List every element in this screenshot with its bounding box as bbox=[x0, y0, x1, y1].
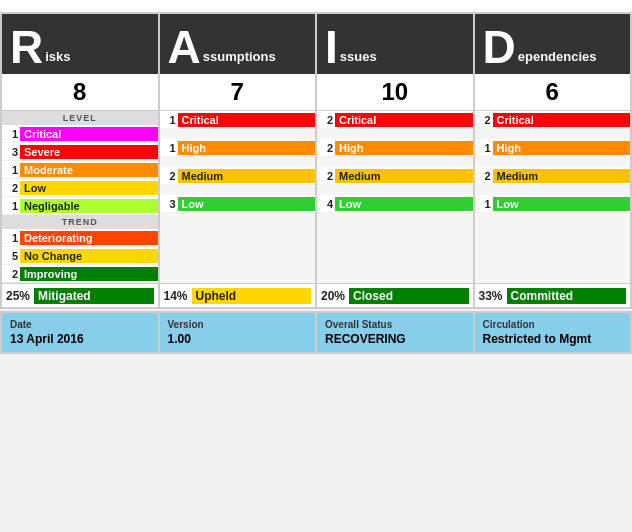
col-header-3: Dependencies bbox=[475, 14, 631, 74]
footer-grid: Date13 April 2016Version1.00Overall Stat… bbox=[0, 311, 632, 354]
data-row-1-6: 3Low bbox=[160, 195, 316, 213]
row-label-1-2: High bbox=[178, 141, 316, 155]
row-label-3-6: Low bbox=[493, 197, 631, 211]
level-row-4: 1Negligable bbox=[2, 197, 158, 215]
row-num-2-4: 2 bbox=[317, 170, 335, 182]
row-num-1-2: 1 bbox=[160, 142, 178, 154]
small-text-3: ependencies bbox=[518, 49, 597, 70]
trend-label: TREND bbox=[2, 215, 158, 229]
small-text-2: ssues bbox=[340, 49, 377, 70]
level-row-3: 2Low bbox=[2, 179, 158, 197]
level-label-0: Critical bbox=[20, 127, 158, 141]
pct-row-1: 14%Upheld bbox=[160, 283, 316, 307]
flex-spacer-1 bbox=[160, 213, 316, 283]
pct-row-0: 25%Mitigated bbox=[2, 283, 158, 307]
row-num-3-4: 2 bbox=[475, 170, 493, 182]
trend-label-1: No Change bbox=[20, 249, 158, 263]
count-0: 8 bbox=[2, 74, 158, 111]
col-header-2: Issues bbox=[317, 14, 473, 74]
row-num-3-0: 2 bbox=[475, 114, 493, 126]
row-num-2-0: 2 bbox=[317, 114, 335, 126]
trend-num-0: 1 bbox=[2, 232, 20, 244]
flex-spacer-3 bbox=[475, 213, 631, 283]
data-row-2-6: 4Low bbox=[317, 195, 473, 213]
level-label-3: Low bbox=[20, 181, 158, 195]
column-i: Issues102Critical2High2Medium4Low20%Clos… bbox=[317, 14, 473, 307]
row-num-1-6: 3 bbox=[160, 198, 178, 210]
pct-num-2: 20% bbox=[321, 289, 345, 303]
footer-cell-1: Version1.00 bbox=[160, 313, 316, 352]
trend-row-1: 5No Change bbox=[2, 247, 158, 265]
data-row-1-0: 1Critical bbox=[160, 111, 316, 129]
footer-value-3: Restricted to Mgmt bbox=[483, 332, 623, 346]
pct-label-3: Committed bbox=[507, 288, 626, 304]
row-label-2-6: Low bbox=[335, 197, 473, 211]
data-row-3-0: 2Critical bbox=[475, 111, 631, 129]
row-num-1-4: 2 bbox=[160, 170, 178, 182]
row-label-2-2: High bbox=[335, 141, 473, 155]
spacer-1-3 bbox=[160, 157, 316, 167]
spacer-2-5 bbox=[317, 185, 473, 195]
row-label-3-0: Critical bbox=[493, 113, 631, 127]
row-label-3-2: High bbox=[493, 141, 631, 155]
column-d: Dependencies62Critical1High2Medium1Low33… bbox=[475, 14, 631, 307]
spacer-2-1 bbox=[317, 129, 473, 139]
count-2: 10 bbox=[317, 74, 473, 111]
pct-num-0: 25% bbox=[6, 289, 30, 303]
level-label-4: Negligable bbox=[20, 199, 158, 213]
row-label-3-4: Medium bbox=[493, 169, 631, 183]
footer-value-1: 1.00 bbox=[168, 332, 308, 346]
row-num-3-2: 1 bbox=[475, 142, 493, 154]
big-letter-1: A bbox=[168, 24, 201, 70]
row-label-1-4: Medium bbox=[178, 169, 316, 183]
level-label-1: Severe bbox=[20, 145, 158, 159]
row-num-2-6: 4 bbox=[317, 198, 335, 210]
trend-num-2: 2 bbox=[2, 268, 20, 280]
level-num-4: 1 bbox=[2, 200, 20, 212]
level-row-1: 3Severe bbox=[2, 143, 158, 161]
level-row-0: 1Critical bbox=[2, 125, 158, 143]
spacer-2-3 bbox=[317, 157, 473, 167]
footer-title-2: Overall Status bbox=[325, 319, 465, 330]
big-letter-3: D bbox=[483, 24, 516, 70]
data-row-1-4: 2Medium bbox=[160, 167, 316, 185]
pct-label-2: Closed bbox=[349, 288, 468, 304]
pct-label-1: Upheld bbox=[192, 288, 311, 304]
spacer-1-5 bbox=[160, 185, 316, 195]
trend-label-2: Improving bbox=[20, 267, 158, 281]
level-label: LEVEL bbox=[2, 111, 158, 125]
level-num-2: 1 bbox=[2, 164, 20, 176]
row-label-2-0: Critical bbox=[335, 113, 473, 127]
pct-row-3: 33%Committed bbox=[475, 283, 631, 307]
footer-cell-2: Overall StatusRECOVERING bbox=[317, 313, 473, 352]
level-label-2: Moderate bbox=[20, 163, 158, 177]
column-r: Risks8LEVEL1Critical3Severe1Moderate2Low… bbox=[2, 14, 158, 307]
pct-num-3: 33% bbox=[479, 289, 503, 303]
small-text-0: isks bbox=[45, 49, 70, 70]
small-text-1: ssumptions bbox=[203, 49, 276, 70]
data-row-3-2: 1High bbox=[475, 139, 631, 157]
spacer-3-5 bbox=[475, 185, 631, 195]
row-label-1-0: Critical bbox=[178, 113, 316, 127]
row-label-1-6: Low bbox=[178, 197, 316, 211]
flex-spacer-2 bbox=[317, 213, 473, 283]
footer-value-2: RECOVERING bbox=[325, 332, 465, 346]
footer-title-3: Circulation bbox=[483, 319, 623, 330]
count-1: 7 bbox=[160, 74, 316, 111]
data-row-2-0: 2Critical bbox=[317, 111, 473, 129]
main-grid: Risks8LEVEL1Critical3Severe1Moderate2Low… bbox=[0, 12, 632, 309]
row-num-2-2: 2 bbox=[317, 142, 335, 154]
level-row-2: 1Moderate bbox=[2, 161, 158, 179]
level-num-1: 3 bbox=[2, 146, 20, 158]
spacer-3-3 bbox=[475, 157, 631, 167]
data-row-3-6: 1Low bbox=[475, 195, 631, 213]
level-num-0: 1 bbox=[2, 128, 20, 140]
footer-value-0: 13 April 2016 bbox=[10, 332, 150, 346]
data-row-2-2: 2High bbox=[317, 139, 473, 157]
trend-row-2: 2Improving bbox=[2, 265, 158, 283]
row-num-1-0: 1 bbox=[160, 114, 178, 126]
level-num-3: 2 bbox=[2, 182, 20, 194]
trend-num-1: 5 bbox=[2, 250, 20, 262]
count-3: 6 bbox=[475, 74, 631, 111]
col-header-0: Risks bbox=[2, 14, 158, 74]
